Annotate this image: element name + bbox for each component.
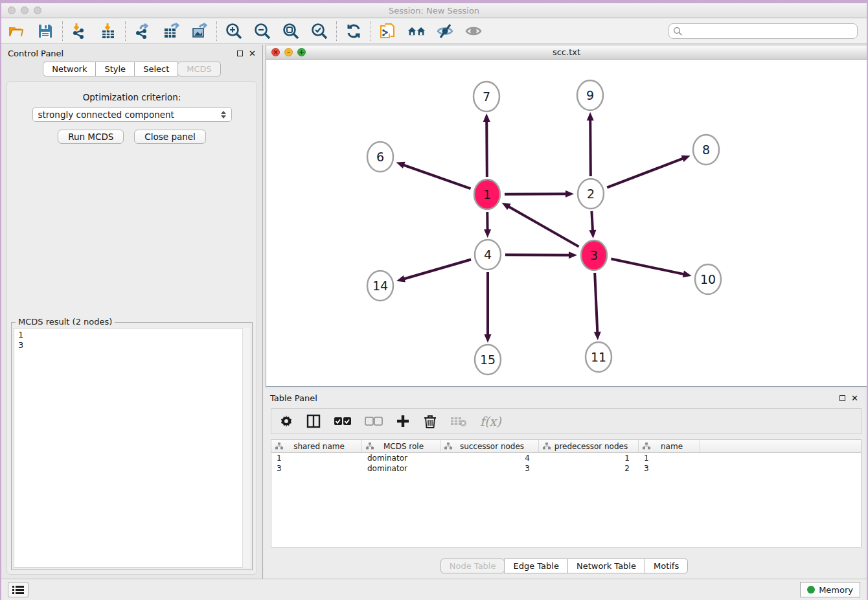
new-network-from-selection-icon[interactable] [379,22,397,40]
graph-node-label-8: 8 [702,143,710,157]
list-icon [12,585,24,594]
edge-2-3[interactable] [591,211,593,231]
close-table-panel-icon[interactable]: ✕ [851,394,858,402]
edge-arrow-3-11 [594,332,601,340]
maximize-network-window-icon[interactable]: + [297,48,306,56]
column-header-shared-name[interactable]: shared name [271,440,362,452]
network-window-titlebar: × – + scc.txt [266,45,867,60]
memory-button[interactable]: Memory [800,582,860,597]
delete-columns-icon[interactable] [423,413,437,429]
deselect-all-columns-icon[interactable] [365,413,383,429]
column-header-MCDS-role[interactable]: MCDS role [362,440,440,452]
tab-motifs[interactable]: Motifs [645,559,688,573]
graph-node-label-9: 9 [586,88,594,102]
export-table-icon[interactable] [162,22,180,40]
hierarchy-icon [444,443,452,450]
tab-style[interactable]: Style [95,62,135,76]
edge-3-10[interactable] [611,259,684,275]
run-mcds-button[interactable]: Run MCDS [58,130,124,144]
edge-3-1[interactable] [508,206,578,246]
zoom-out-icon[interactable] [253,22,271,40]
cell-name[interactable]: 3 [639,463,700,474]
export-network-icon[interactable] [133,22,152,40]
cell-predecessor-nodes[interactable]: 1 [539,453,639,463]
close-network-window-icon[interactable]: × [271,48,280,56]
graph-node-label-6: 6 [376,150,384,164]
table-row[interactable]: 1dominator411 [271,453,861,463]
select-all-columns-icon[interactable] [334,413,352,429]
import-network-icon[interactable] [71,22,89,40]
tab-select[interactable]: Select [134,62,178,76]
close-panel-button[interactable]: Close panel [134,130,206,144]
memory-status-icon [807,586,815,594]
open-session-icon[interactable] [8,22,26,40]
edge-1-2[interactable] [505,194,567,194]
edge-4-3[interactable] [505,255,570,255]
float-panel-icon[interactable] [237,51,243,56]
first-neighbors-icon[interactable] [407,22,426,40]
settings-icon[interactable] [279,413,293,429]
search-input[interactable] [685,27,853,36]
cell-predecessor-nodes[interactable]: 2 [539,463,639,474]
hide-graphics-details-icon[interactable] [436,22,454,40]
cell-MCDS-role[interactable]: dominator [362,463,440,474]
tab-network-table[interactable]: Network Table [567,559,645,573]
graph-node-label-7: 7 [483,89,490,104]
table-row[interactable]: 3dominator323 [271,463,861,474]
column-header-predecessor-nodes[interactable]: predecessor nodes [539,440,639,452]
tab-mcds[interactable]: MCDS [177,62,221,76]
function-builder-icon[interactable]: f(x) [480,413,501,429]
task-history-button[interactable] [8,582,29,597]
column-header-filler [700,440,861,452]
close-panel-icon[interactable]: ✕ [249,49,256,58]
network-canvas[interactable]: 7968124314101511 [266,60,867,386]
application-window: Session: New Session [0,0,868,600]
minimize-network-window-icon[interactable]: – [284,48,293,56]
edge-1-6[interactable] [403,165,471,189]
column-header-successor-nodes[interactable]: successor nodes [440,440,539,452]
import-table-icon[interactable] [99,22,117,40]
control-panel-tabs: NetworkStyleSelectMCDS [1,62,262,76]
zoom-selected-icon[interactable] [310,22,328,40]
edge-3-11[interactable] [595,273,597,333]
save-session-icon[interactable] [36,22,54,40]
cell-name[interactable]: 1 [639,453,700,463]
graph-node-label-4: 4 [484,248,492,262]
edge-arrow-2-9 [587,112,594,121]
edge-1-7[interactable] [486,121,487,177]
export-image-icon[interactable] [190,22,209,40]
edge-2-9[interactable] [590,119,591,176]
tab-network[interactable]: Network [43,62,96,76]
float-table-panel-icon[interactable] [839,395,845,401]
hierarchy-icon [543,443,551,450]
network-graph[interactable]: 7968124314101511 [266,60,867,386]
split-view-icon[interactable] [306,413,321,429]
delete-table-icon[interactable] [450,413,467,429]
add-column-icon[interactable] [396,413,410,429]
edge-4-14[interactable] [404,259,472,279]
tab-node-table[interactable]: Node Table [440,559,505,573]
hierarchy-icon [366,443,374,450]
cell-MCDS-role[interactable]: dominator [362,453,440,463]
node-table: shared nameMCDS rolesuccessor nodesprede… [271,439,862,548]
mcds-result-text[interactable]: 1 3 [14,328,250,568]
edge-2-8[interactable] [607,158,683,187]
optimization-criterion-select[interactable]: strongly connected component [32,107,232,122]
show-annotations-icon[interactable] [464,22,483,40]
table-header: shared nameMCDS rolesuccessor nodesprede… [271,440,861,453]
optimization-criterion-value: strongly connected component [38,110,174,120]
apply-layout-icon[interactable] [345,22,363,40]
network-window-title: scc.txt [266,47,867,57]
graph-node-label-2: 2 [587,187,595,201]
cell-shared-name[interactable]: 1 [271,453,362,463]
cell-successor-nodes[interactable]: 4 [440,453,539,463]
hierarchy-icon [275,443,283,450]
result-scrollbar[interactable] [242,328,250,568]
cell-successor-nodes[interactable]: 3 [440,463,539,474]
column-header-name[interactable]: name [639,440,700,452]
tab-edge-table[interactable]: Edge Table [504,559,567,573]
cell-shared-name[interactable]: 3 [271,463,362,474]
zoom-in-icon[interactable] [225,22,243,40]
fit-content-icon[interactable] [282,22,300,40]
hierarchy-icon [643,443,650,450]
